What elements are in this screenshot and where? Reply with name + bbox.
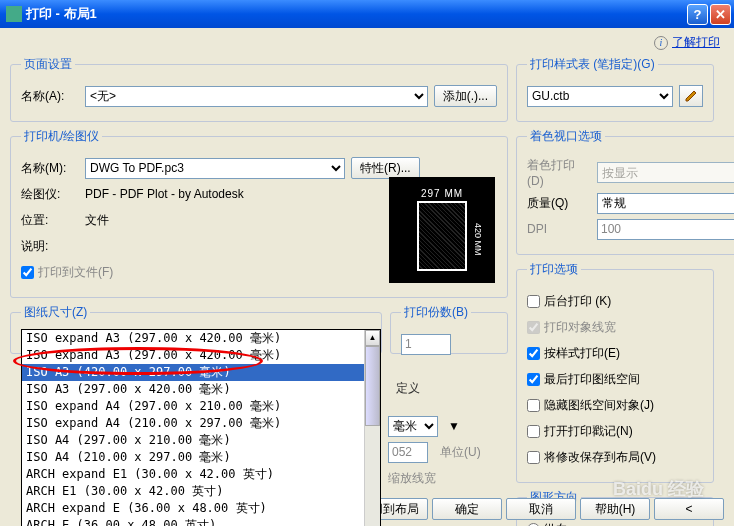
plotter-value: PDF - PDF Plot - by Autodesk xyxy=(85,187,244,201)
print-to-file-label: 打印到文件(F) xyxy=(38,264,113,281)
add-pagesetup-button[interactable]: 添加(.)... xyxy=(434,85,497,107)
location-value: 文件 xyxy=(85,212,109,229)
print-to-file-checkbox[interactable] xyxy=(21,266,34,279)
paper-size-option[interactable]: ISO expand A3 (297.00 x 420.00 毫米) xyxy=(22,347,380,364)
paper-size-option[interactable]: ISO A4 (210.00 x 297.00 毫米) xyxy=(22,449,380,466)
paper-size-group: 图纸尺寸(Z) ISO expand A3 (297.00 x 420.00 毫… xyxy=(10,304,382,354)
paper-size-option[interactable]: ISO expand A4 (297.00 x 210.00 毫米) xyxy=(22,398,380,415)
paper-size-option[interactable]: ARCH expand E (36.00 x 48.00 英寸) xyxy=(22,500,380,517)
printer-props-button[interactable]: 特性(R)... xyxy=(351,157,420,179)
portrait-radio[interactable] xyxy=(527,523,540,527)
hide-checkbox[interactable] xyxy=(527,399,540,412)
shade-plot-select[interactable]: 按显示 xyxy=(597,162,734,183)
page-setup-legend: 页面设置 xyxy=(21,56,75,73)
dpi-input xyxy=(597,219,734,240)
edit-style-button[interactable] xyxy=(679,85,703,107)
last-checkbox[interactable] xyxy=(527,373,540,386)
paper-size-dropdown[interactable]: ISO expand A3 (297.00 x 420.00 毫米)ISO ex… xyxy=(21,329,381,526)
collapse-button[interactable]: < xyxy=(654,498,724,520)
copies-input[interactable] xyxy=(401,334,451,355)
pencil-icon xyxy=(684,89,698,103)
paper-size-legend: 图纸尺寸(Z) xyxy=(21,304,90,321)
window-title: 打印 - 布局1 xyxy=(26,5,685,23)
options-legend: 打印选项 xyxy=(527,261,581,278)
lw-checkbox xyxy=(527,321,540,334)
printer-group: 打印机/绘图仪 名称(M): DWG To PDF.pc3 特性(R)... 绘… xyxy=(10,128,508,298)
close-button[interactable]: ✕ xyxy=(710,4,731,25)
shade-legend: 着色视口选项 xyxy=(527,128,605,145)
plot-style-group: 打印样式表 (笔指定)(G) GU.ctb xyxy=(516,56,714,122)
paper-size-option[interactable]: ISO expand A3 (297.00 x 420.00 毫米) xyxy=(22,330,380,347)
stamp-checkbox[interactable] xyxy=(527,425,540,438)
paper-size-option[interactable]: ISO A4 (297.00 x 210.00 毫米) xyxy=(22,432,380,449)
location-label: 位置: xyxy=(21,212,79,229)
unit-value xyxy=(388,442,428,463)
quality-select[interactable]: 常规 xyxy=(597,193,734,214)
dpi-label: DPI xyxy=(527,222,591,236)
page-setup-group: 页面设置 名称(A): <无> 添加(.)... xyxy=(10,56,508,122)
titlebar: 打印 - 布局1 ? ✕ xyxy=(0,0,734,28)
printer-name-select[interactable]: DWG To PDF.pc3 xyxy=(85,158,345,179)
paper-size-option[interactable]: ARCH E (36.00 x 48.00 英寸) xyxy=(22,517,380,526)
options-group: 打印选项 后台打印 (K) 打印对象线宽 按样式打印(E) 最后打印图纸空间 隐… xyxy=(516,261,714,483)
pagesetup-name-label: 名称(A): xyxy=(21,88,79,105)
paper-size-option[interactable]: ARCH E1 (30.00 x 42.00 英寸) xyxy=(22,483,380,500)
plot-style-legend: 打印样式表 (笔指定)(G) xyxy=(527,56,658,73)
quality-label: 质量(Q) xyxy=(527,195,591,212)
paper-size-option[interactable]: ISO A3 (420.00 x 297.00 毫米) xyxy=(22,364,380,381)
printer-name-label: 名称(M): xyxy=(21,160,79,177)
app-icon xyxy=(6,6,22,22)
scroll-thumb[interactable] xyxy=(365,346,380,426)
desc-label: 说明: xyxy=(21,238,79,255)
learn-link[interactable]: i了解打印 xyxy=(654,34,720,51)
plot-style-select[interactable]: GU.ctb xyxy=(527,86,673,107)
help-button-bottom[interactable]: 帮助(H) xyxy=(580,498,650,520)
save-checkbox[interactable] xyxy=(527,451,540,464)
paper-preview: 297 MM 420 MM xyxy=(389,177,495,283)
bg-print-checkbox[interactable] xyxy=(527,295,540,308)
scrollbar[interactable]: ▲ ▼ xyxy=(364,330,380,526)
cancel-button[interactable]: 取消 xyxy=(506,498,576,520)
plotter-label: 绘图仪: xyxy=(21,186,79,203)
paper-size-option[interactable]: ARCH expand E1 (30.00 x 42.00 英寸) xyxy=(22,466,380,483)
pagesetup-name-select[interactable]: <无> xyxy=(85,86,428,107)
copies-group: 打印份数(B) xyxy=(390,304,508,354)
paper-size-option[interactable]: ISO expand A4 (210.00 x 297.00 毫米) xyxy=(22,415,380,432)
printer-legend: 打印机/绘图仪 xyxy=(21,128,102,145)
shade-plot-label: 着色打印(D) xyxy=(527,157,591,188)
style-checkbox[interactable] xyxy=(527,347,540,360)
scroll-up-icon[interactable]: ▲ xyxy=(365,330,380,346)
ok-button[interactable]: 确定 xyxy=(432,498,502,520)
paper-size-option[interactable]: ISO A3 (297.00 x 420.00 毫米) xyxy=(22,381,380,398)
info-icon: i xyxy=(654,36,668,50)
shade-group: 着色视口选项 着色打印(D) 按显示 质量(Q) 常规 DPI xyxy=(516,128,734,255)
unit-select[interactable]: 毫米 xyxy=(388,416,438,437)
bottom-buttons: 应用到布局 确定 取消 帮助(H) < xyxy=(350,498,724,520)
copies-legend: 打印份数(B) xyxy=(401,304,471,321)
help-button[interactable]: ? xyxy=(687,4,708,25)
scale-obscured: 定义 毫米▼ 单位(U) 缩放线宽 xyxy=(388,378,508,493)
